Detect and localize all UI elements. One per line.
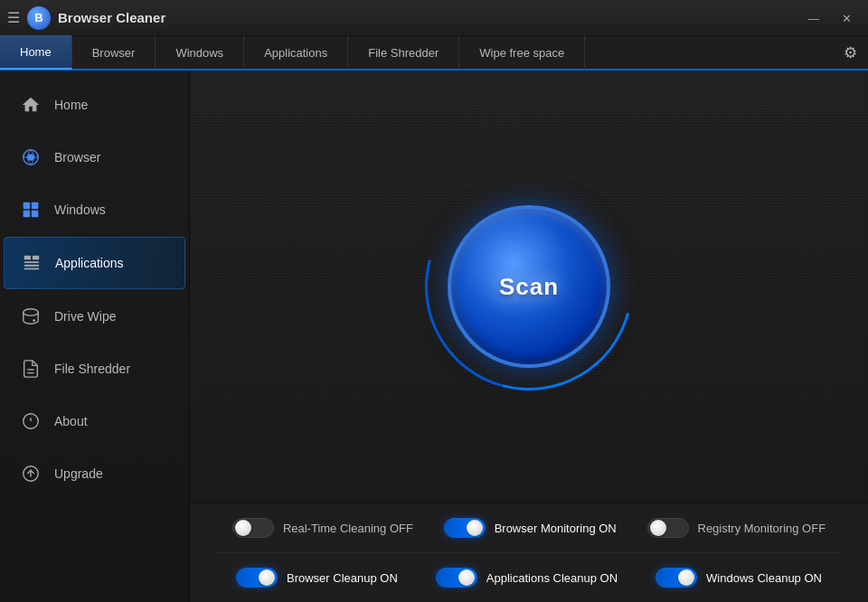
svg-rect-2	[24, 202, 31, 210]
toggle-apps-cleanup-knob	[458, 569, 475, 586]
sidebar-label-applications: Applications	[55, 256, 124, 270]
drive-wipe-icon	[18, 304, 43, 329]
sidebar-item-browser[interactable]: Browser	[4, 132, 185, 183]
sidebar-label-drive-wipe: Drive Wipe	[54, 309, 116, 324]
toggle-browser-mon-knob	[467, 520, 483, 536]
toggles-row-1: Real-Time Cleaning OFF Browser Monitorin…	[217, 503, 841, 553]
sidebar-item-drive-wipe[interactable]: Drive Wipe	[4, 291, 185, 342]
file-shredder-icon	[18, 356, 43, 381]
sidebar-label-about: About	[54, 414, 88, 428]
toggle-registry-mon-switch[interactable]	[647, 518, 689, 538]
svg-rect-10	[24, 268, 40, 270]
toggle-browser-cleanup: Browser Cleanup ON	[236, 568, 398, 588]
main-layout: Home Browser Windows Applications Drive …	[0, 71, 868, 602]
sidebar-label-upgrade: Upgrade	[54, 466, 103, 481]
svg-rect-5	[32, 211, 39, 218]
toggle-realtime-switch[interactable]	[232, 518, 274, 538]
windows-icon	[18, 197, 43, 222]
scan-area: Scan	[190, 71, 868, 503]
svg-rect-9	[24, 265, 40, 267]
toggle-apps-cleanup: Applications Cleanup ON	[436, 568, 618, 588]
bottom-bar: Real-Time Cleaning OFF Browser Monitorin…	[190, 503, 868, 602]
settings-button[interactable]	[833, 35, 868, 70]
toggle-apps-cleanup-switch[interactable]	[436, 568, 477, 588]
sidebar-item-upgrade[interactable]: Upgrade	[4, 448, 185, 499]
toggle-browser-cleanup-label: Browser Cleanup ON	[287, 571, 398, 585]
sidebar-label-home: Home	[54, 98, 88, 112]
close-icon	[842, 11, 852, 25]
toggles-row-2: Browser Cleanup ON Applications Cleanup …	[217, 553, 841, 602]
toggle-windows-cleanup-label: Windows Cleanup ON	[706, 571, 822, 585]
menu-icon	[7, 9, 20, 26]
toggle-browser-mon-switch[interactable]	[444, 518, 486, 538]
svg-point-12	[33, 319, 35, 322]
window-controls	[799, 5, 861, 31]
svg-rect-4	[24, 211, 31, 218]
toggle-browser-cleanup-switch[interactable]	[236, 568, 278, 588]
tab-home[interactable]: Home	[0, 35, 72, 70]
toggle-registry-mon: Registry Monitoring OFF	[647, 518, 826, 538]
close-button[interactable]	[832, 5, 861, 31]
tab-file-shredder[interactable]: File Shredder	[348, 35, 459, 70]
toggle-registry-mon-label: Registry Monitoring OFF	[698, 522, 826, 535]
sidebar-label-windows: Windows	[54, 202, 106, 217]
app-title: Browser Cleaner	[58, 10, 165, 25]
scan-label: Scan	[499, 273, 559, 301]
minimize-icon	[808, 11, 819, 25]
tab-windows[interactable]: Windows	[156, 35, 244, 70]
browser-icon	[18, 145, 43, 170]
nav-tabs: Home Browser Windows Applications File S…	[0, 36, 868, 71]
svg-rect-3	[32, 202, 39, 210]
sidebar-item-windows[interactable]: Windows	[4, 184, 185, 235]
title-bar: B Browser Cleaner	[0, 0, 868, 36]
toggle-realtime: Real-Time Cleaning OFF	[232, 518, 413, 538]
sidebar: Home Browser Windows Applications Drive …	[0, 71, 190, 602]
applications-icon	[19, 250, 44, 276]
toggle-realtime-knob	[235, 520, 251, 536]
toggle-windows-cleanup: Windows Cleanup ON	[656, 568, 822, 588]
toggle-windows-cleanup-switch[interactable]	[656, 568, 697, 588]
home-icon	[18, 92, 43, 118]
toggle-apps-cleanup-label: Applications Cleanup ON	[486, 571, 618, 585]
gear-icon	[844, 43, 857, 62]
sidebar-item-applications[interactable]: Applications	[4, 237, 185, 289]
scan-button[interactable]: Scan	[448, 205, 610, 368]
menu-button[interactable]	[7, 9, 20, 26]
sidebar-item-about[interactable]: About	[4, 396, 185, 447]
svg-rect-7	[33, 256, 39, 260]
logo-icon: B	[27, 6, 51, 30]
tab-browser[interactable]: Browser	[72, 35, 156, 70]
toggle-browser-mon-label: Browser Monitoring ON	[495, 522, 617, 535]
sidebar-item-home[interactable]: Home	[4, 80, 185, 130]
sidebar-item-file-shredder[interactable]: File Shredder	[4, 343, 185, 394]
tab-wipe-free-space[interactable]: Wipe free space	[459, 35, 585, 70]
svg-rect-6	[24, 256, 31, 260]
app-logo: B Browser Cleaner	[27, 6, 799, 30]
svg-rect-8	[24, 261, 40, 263]
svg-point-11	[24, 309, 39, 315]
toggle-browser-cleanup-knob	[259, 569, 275, 586]
toggle-registry-mon-knob	[650, 520, 666, 536]
scan-button-container: Scan	[448, 205, 610, 368]
toggle-windows-cleanup-knob	[678, 569, 694, 586]
toggle-realtime-label: Real-Time Cleaning OFF	[283, 522, 413, 535]
toggle-browser-mon: Browser Monitoring ON	[444, 518, 617, 538]
minimize-button[interactable]	[799, 5, 828, 31]
content-area: Security level: Simple zero-fill (1 pass…	[190, 71, 868, 602]
tab-applications[interactable]: Applications	[244, 35, 348, 70]
sidebar-label-browser: Browser	[54, 150, 100, 165]
upgrade-icon	[18, 461, 43, 486]
sidebar-label-file-shredder: File Shredder	[54, 362, 130, 376]
about-icon	[18, 409, 43, 434]
